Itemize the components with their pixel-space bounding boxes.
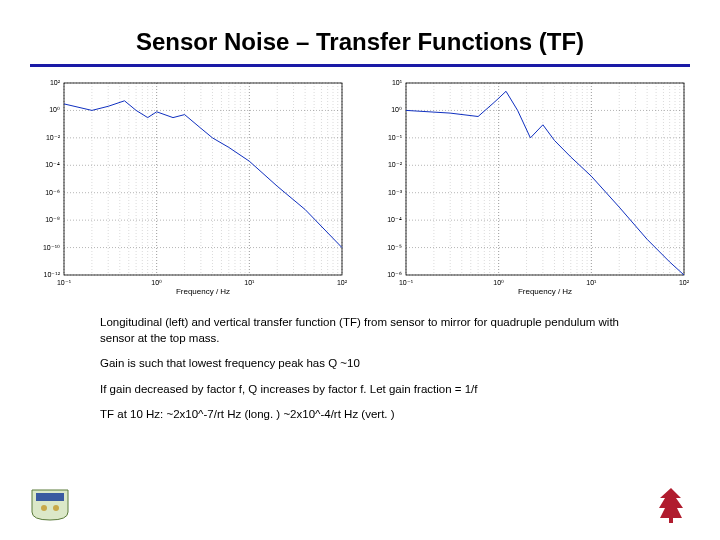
svg-text:10⁰: 10⁰ — [151, 279, 162, 286]
svg-text:10⁻¹: 10⁻¹ — [399, 279, 414, 286]
svg-text:10⁻²: 10⁻² — [46, 134, 61, 141]
svg-text:10⁰: 10⁰ — [391, 106, 402, 113]
svg-text:10⁻⁶: 10⁻⁶ — [387, 271, 402, 278]
charts-row: 10⁻¹²10⁻¹⁰10⁻⁸10⁻⁶10⁻⁴10⁻²10⁰10²10⁻¹10⁰1… — [0, 67, 720, 297]
svg-rect-50 — [406, 83, 684, 275]
svg-text:Frequency / Hz: Frequency / Hz — [518, 287, 572, 296]
svg-text:10⁻⁴: 10⁻⁴ — [45, 161, 60, 168]
svg-text:10⁰: 10⁰ — [493, 279, 504, 286]
svg-text:10¹: 10¹ — [392, 79, 403, 86]
svg-text:10⁰: 10⁰ — [49, 106, 60, 113]
svg-text:10²: 10² — [679, 279, 690, 286]
slide-title: Sensor Noise – Transfer Functions (TF) — [0, 0, 720, 64]
svg-text:10²: 10² — [337, 279, 348, 286]
caption-block: Longitudinal (left) and vertical transfe… — [0, 297, 720, 423]
svg-rect-100 — [36, 493, 64, 501]
svg-text:Frequency / Hz: Frequency / Hz — [176, 287, 230, 296]
svg-text:10¹: 10¹ — [244, 279, 255, 286]
svg-text:10⁻⁴: 10⁻⁴ — [387, 216, 402, 223]
university-crest-icon — [30, 488, 70, 522]
svg-rect-0 — [64, 83, 342, 275]
caption-p2: Gain is such that lowest frequency peak … — [100, 356, 650, 372]
svg-text:10⁻¹⁰: 10⁻¹⁰ — [43, 244, 60, 251]
svg-text:10⁻²: 10⁻² — [388, 161, 403, 168]
svg-rect-103 — [669, 518, 673, 523]
svg-text:10⁻¹: 10⁻¹ — [388, 134, 403, 141]
caption-p4: TF at 10 Hz: ~2x10^-7/rt Hz (long. ) ~2x… — [100, 407, 650, 423]
svg-text:10⁻⁵: 10⁻⁵ — [387, 244, 402, 251]
svg-point-101 — [41, 505, 47, 511]
svg-text:10⁻³: 10⁻³ — [388, 189, 403, 196]
stanford-tree-icon — [656, 486, 686, 524]
svg-text:10⁻¹: 10⁻¹ — [57, 279, 72, 286]
caption-p1: Longitudinal (left) and vertical transfe… — [100, 315, 650, 346]
svg-text:10⁻⁸: 10⁻⁸ — [45, 216, 60, 223]
chart-vertical: 10⁻⁶10⁻⁵10⁻⁴10⁻³10⁻²10⁻¹10⁰10¹10⁻¹10⁰10¹… — [372, 77, 690, 297]
caption-p3: If gain decreased by factor f, Q increas… — [100, 382, 650, 398]
svg-text:10¹: 10¹ — [586, 279, 597, 286]
svg-text:10²: 10² — [50, 79, 61, 86]
chart-longitudinal: 10⁻¹²10⁻¹⁰10⁻⁸10⁻⁶10⁻⁴10⁻²10⁰10²10⁻¹10⁰1… — [30, 77, 348, 297]
svg-point-102 — [53, 505, 59, 511]
svg-text:10⁻¹²: 10⁻¹² — [44, 271, 61, 278]
svg-text:10⁻⁶: 10⁻⁶ — [45, 189, 60, 196]
